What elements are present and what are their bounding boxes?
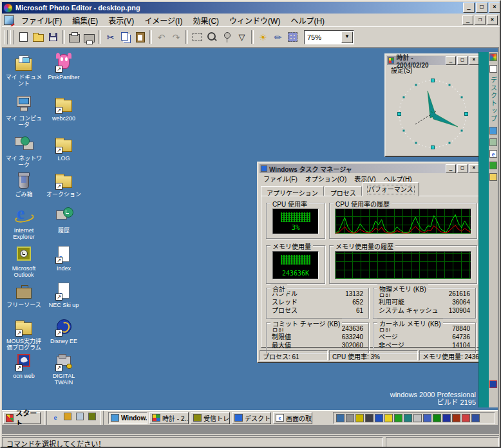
my-network-icon[interactable] xyxy=(489,138,497,146)
toolbar-grip[interactable] xyxy=(5,30,8,44)
clock-close-button[interactable]: × xyxy=(469,56,479,65)
taskmgr-menu-file[interactable]: ファイル(F) xyxy=(260,174,301,183)
taskmgr-maximize-button[interactable]: □ xyxy=(457,164,468,173)
desktop-icon-microsoft-outlook[interactable]: Microsoft Outlook xyxy=(5,245,43,278)
minimize-button[interactable]: _ xyxy=(463,3,475,13)
close-button[interactable]: × xyxy=(489,3,500,13)
tray-users-icon[interactable] xyxy=(423,414,431,422)
folder-icon[interactable] xyxy=(489,173,497,181)
tab-performance[interactable]: パフォーマンス xyxy=(363,182,419,196)
taskbar-button-desktop[interactable]: デスクトップ xyxy=(232,412,271,424)
toolbar-app-icon[interactable] xyxy=(489,53,497,61)
maximize-button[interactable]: □ xyxy=(476,3,487,13)
menu-edit[interactable]: 編集(E) xyxy=(67,14,103,27)
desktop-icon-nec-skiup[interactable]: ↗ NEC Ski up xyxy=(44,281,83,308)
tray-modem-icon[interactable] xyxy=(336,414,345,422)
desktop-icon-free-source[interactable]: フリーソース xyxy=(5,281,43,308)
tray-display-icon[interactable] xyxy=(365,414,373,422)
open-button[interactable] xyxy=(31,30,46,44)
taskbar-button-inbox[interactable]: 受信トレイ.. xyxy=(191,412,230,424)
tray-traffic-icon[interactable] xyxy=(462,414,470,422)
zoom-combobox[interactable]: 75% ▼ xyxy=(304,30,354,44)
tray-pen-icon[interactable] xyxy=(413,414,422,422)
desktop-icon-internet-explorer[interactable]: Internet Explorer xyxy=(5,207,43,240)
select-button[interactable] xyxy=(190,30,205,44)
scan-button[interactable] xyxy=(82,30,97,44)
desktop-icon-webc200[interactable]: ↗ webc200 xyxy=(44,95,83,122)
ie-icon[interactable]: e xyxy=(489,150,497,158)
filter-tool-button[interactable]: ▽ xyxy=(234,30,249,44)
clock-maximize-button[interactable]: □ xyxy=(457,56,468,65)
cpu-usage-value: 3% xyxy=(291,223,299,232)
window-title: Microsoft Photo Editor - desktop.png xyxy=(15,4,140,12)
taskmgr-close-button[interactable]: × xyxy=(469,164,479,173)
tray-norton-icon[interactable] xyxy=(471,414,480,422)
doc-close-button[interactable]: × xyxy=(487,15,498,25)
desktop-icon-recycle-bin[interactable]: ごみ箱 xyxy=(5,171,43,198)
paste-button[interactable] xyxy=(133,30,147,44)
desktop-icon-ocn-web[interactable]: ↗ ocn web xyxy=(5,352,43,379)
tray-security-icon[interactable] xyxy=(452,414,460,422)
desktop-icon-history[interactable]: 履歴 xyxy=(44,207,83,234)
tray-tablet-icon[interactable] xyxy=(346,414,354,422)
copy-button[interactable] xyxy=(118,30,133,44)
menu-help[interactable]: ヘルプ(H) xyxy=(285,14,330,27)
menu-image[interactable]: イメージ(I) xyxy=(139,14,187,27)
clock-menu-settings[interactable]: 設定(S) xyxy=(387,65,416,75)
desktop-icon-auction[interactable]: ↗ オークション xyxy=(44,171,83,198)
taskbar-button-capture[interactable]: e 画面の取.. xyxy=(273,412,312,424)
clock-minimize-button[interactable]: _ xyxy=(446,56,456,65)
photo-editor-window: Microsoft Photo Editor - desktop.png _ □… xyxy=(0,0,501,448)
notes-icon[interactable] xyxy=(489,65,497,73)
desktop-icon-disney-ee[interactable]: ↗ Disney EE xyxy=(44,317,83,344)
mem-usage-gauge: 243636K xyxy=(272,251,319,279)
taskmgr-minimize-button[interactable]: _ xyxy=(446,164,456,173)
media-icon[interactable] xyxy=(489,380,497,388)
desktop-icon-my-network[interactable]: マイ ネットワーク xyxy=(5,135,43,168)
zoom-tool-button[interactable] xyxy=(205,30,220,44)
menu-view[interactable]: 表示(V) xyxy=(103,14,139,27)
taskbar-button-clock[interactable]: 時計 - 2.. xyxy=(149,412,189,424)
undo-button[interactable]: ↶ xyxy=(154,30,169,44)
balloon-tool-button[interactable] xyxy=(220,30,234,44)
doc-restore-button[interactable]: ❐ xyxy=(475,15,486,25)
print-button[interactable] xyxy=(67,30,82,44)
menu-file[interactable]: ファイル(F) xyxy=(16,14,67,27)
my-computer-icon[interactable] xyxy=(489,127,497,135)
desktop-icon-pinkpanther[interactable]: ↗ PinkPanther xyxy=(44,53,83,80)
brightness-button[interactable]: ☀ xyxy=(256,30,270,44)
refresh-icon[interactable] xyxy=(489,162,497,169)
zoom-dropdown-button[interactable]: ▼ xyxy=(341,32,353,43)
pencil-button[interactable]: ✏ xyxy=(270,30,285,44)
desktop-icon-index[interactable]: ↗ Index xyxy=(44,245,83,272)
tray-power-icon[interactable] xyxy=(384,414,393,422)
taskmgr-menu-options[interactable]: オプション(O) xyxy=(301,174,350,183)
menu-window[interactable]: ウィンドウ(W) xyxy=(224,14,285,27)
redo-button[interactable]: ↷ xyxy=(169,30,184,44)
taskbar-button-taskmgr[interactable]: Window... xyxy=(108,412,147,424)
desktop-icon-my-documents[interactable]: マイ ドキュメント xyxy=(5,53,43,87)
desktop-icon-digital-twain[interactable]: ↗ DIGITAL TWAIN xyxy=(44,352,83,386)
stamp-button[interactable] xyxy=(285,30,300,44)
taskmgr-tab-strip: アプリケーション プロセス パフォーマンス xyxy=(261,184,479,196)
desktop-icon-my-computer[interactable]: マイ コンピュータ xyxy=(5,95,43,128)
tray-chart-icon[interactable] xyxy=(433,414,441,422)
quicklaunch-ie-icon[interactable]: e xyxy=(50,413,61,423)
tray-network-icon[interactable] xyxy=(375,414,383,422)
save-button[interactable] xyxy=(46,30,61,44)
tray-refresh-icon[interactable] xyxy=(394,414,402,422)
cpu-history-group: CPU 使用率の履歴 xyxy=(329,203,477,239)
tray-schedule-icon[interactable] xyxy=(404,414,412,422)
desktop-toolbar-handle[interactable] xyxy=(478,52,489,407)
new-button[interactable] xyxy=(16,30,31,44)
start-button[interactable]: スタート xyxy=(3,412,41,424)
desktop-icon-mous-program[interactable]: ↗ MOUS実力評価プログラム xyxy=(5,317,43,351)
desktop-icon-log[interactable]: ↗ LOG xyxy=(44,135,83,162)
tray-tv-icon[interactable] xyxy=(442,414,451,422)
cut-button[interactable]: ✂ xyxy=(103,30,118,44)
tray-volume-icon[interactable] xyxy=(355,414,364,422)
menu-effects[interactable]: 効果(C) xyxy=(187,14,224,27)
doc-minimize-button[interactable]: _ xyxy=(462,15,473,25)
taskbar: スタート e Window... 時計 - 2.. xyxy=(2,410,498,425)
document-icon[interactable] xyxy=(4,15,14,25)
